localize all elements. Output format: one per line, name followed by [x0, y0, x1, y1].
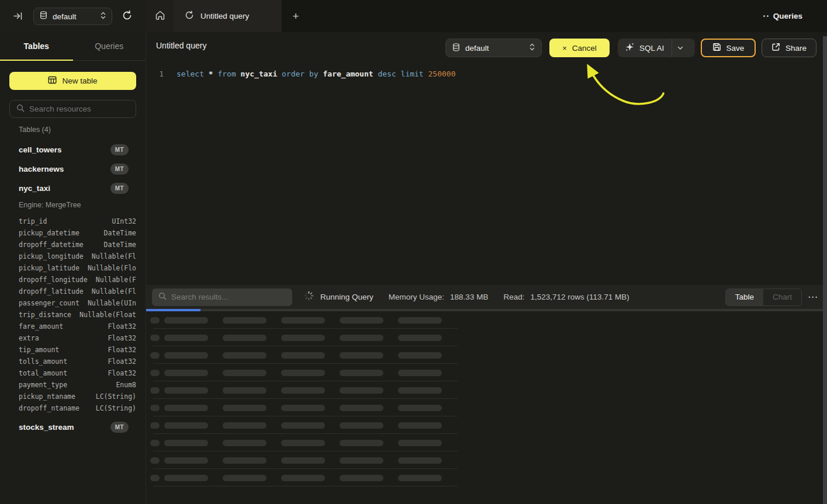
column-row-trip_id: trip_idUInt32 — [0, 215, 146, 227]
column-row-payment_type: payment_typeEnum8 — [0, 379, 146, 391]
queries-button[interactable]: Queries — [763, 0, 802, 32]
column-row-tolls_amount: tolls_amountFloat32 — [0, 356, 146, 367]
skeleton-cell — [281, 422, 325, 429]
skeleton-cell — [340, 387, 383, 394]
share-label: Share — [786, 44, 807, 53]
tab-tables[interactable]: Tables — [0, 32, 73, 60]
topbar: default — [0, 0, 827, 32]
skeleton-cell — [398, 405, 442, 411]
results-search-input[interactable] — [171, 293, 286, 301]
save-button[interactable]: Save — [701, 39, 756, 57]
skeleton-cell — [398, 422, 442, 429]
skeleton-cell — [398, 475, 442, 481]
query-database-selector[interactable]: default — [445, 39, 542, 57]
new-table-label: New table — [62, 77, 97, 85]
resource-search-input[interactable] — [29, 105, 129, 113]
column-name: total_amount — [19, 369, 67, 377]
sql-ai-label: SQL AI — [639, 44, 664, 53]
sql-statement: select * from nyc_taxi order by fare_amo… — [177, 69, 456, 79]
skeleton-cell — [223, 440, 267, 446]
chevron-updown-icon — [530, 43, 535, 53]
skeleton-cell — [150, 387, 160, 394]
skeleton-cell — [223, 317, 267, 324]
skeleton-cell — [164, 422, 208, 429]
skeleton-cell — [340, 457, 383, 464]
collapse-sidebar-icon[interactable] — [13, 11, 23, 23]
database-icon — [40, 11, 47, 22]
column-row-pickup_latitude: pickup_latitudeNullable(Flo — [0, 262, 146, 274]
sql-ai-button[interactable]: SQL AI — [618, 39, 695, 57]
engine-badge: MT — [110, 183, 129, 194]
query-header: Untitled query default × Cancel — [146, 32, 827, 61]
column-row-pickup_longitude: pickup_longitudeNullable(Fl — [0, 251, 146, 262]
view-toggle-table[interactable]: Table — [726, 289, 763, 305]
share-button[interactable]: Share — [762, 39, 816, 57]
column-name: dropoff_latitude — [19, 287, 84, 296]
skeleton-cell — [281, 440, 325, 446]
skeleton-row — [146, 364, 827, 381]
skeleton-row — [146, 399, 827, 416]
column-type: Float32 — [108, 334, 136, 342]
more-options-button[interactable]: ⋯ — [808, 291, 818, 303]
queries-icon — [763, 15, 769, 17]
table-item-stocks_stream[interactable]: stocks_streamMT — [0, 418, 146, 437]
skeleton-cell — [340, 370, 383, 376]
query-database-value: default — [465, 44, 489, 53]
column-row-pickup_datetime: pickup_datetimeDateTime — [0, 227, 146, 239]
query-title: Untitled query — [156, 41, 206, 50]
columns-list: trip_idUInt32pickup_datetimeDateTimedrop… — [0, 212, 146, 414]
results-skeleton — [146, 311, 827, 486]
column-type: Float32 — [108, 346, 136, 354]
column-row-dropoff_ntaname: dropoff_ntanameLC(String) — [0, 402, 146, 414]
sql-editor[interactable]: 1 select * from nyc_taxi order by fare_a… — [146, 61, 827, 285]
column-row-dropoff_datetime: dropoff_datetimeDateTime — [0, 239, 146, 251]
column-row-pickup_ntaname: pickup_ntanameLC(String) — [0, 391, 146, 402]
database-selector[interactable]: default — [33, 8, 112, 25]
home-tab[interactable] — [146, 0, 174, 32]
new-tab-button[interactable]: + — [282, 0, 310, 32]
tab-untitled-query[interactable]: Untitled query — [174, 0, 282, 32]
column-type: LC(String) — [96, 392, 136, 401]
column-type: Float32 — [108, 369, 136, 377]
table-name: nyc_taxi — [19, 184, 50, 193]
tab-title: Untitled query — [200, 12, 249, 20]
search-icon — [158, 292, 167, 303]
table-item-hackernews[interactable]: hackernewsMT — [0, 159, 146, 179]
column-row-dropoff_latitude: dropoff_latitudeNullable(Fl — [0, 286, 146, 297]
new-table-button[interactable]: New table — [9, 72, 136, 90]
column-type: Enum8 — [116, 381, 136, 389]
skeleton-cell — [281, 405, 325, 411]
view-toggle-chart[interactable]: Chart — [763, 289, 801, 305]
skeleton-cell — [398, 370, 442, 376]
table-item-nyc_taxi[interactable]: nyc_taxiMT — [0, 179, 146, 198]
column-type: Float32 — [108, 322, 136, 331]
cancel-button[interactable]: × Cancel — [549, 39, 610, 57]
skeleton-cell — [223, 475, 267, 481]
skeleton-cell — [340, 440, 383, 446]
table-name: stocks_stream — [19, 423, 74, 432]
skeleton-cell — [223, 387, 267, 394]
column-name: payment_type — [19, 381, 67, 389]
skeleton-cell — [223, 352, 267, 359]
refresh-icon[interactable] — [122, 10, 133, 23]
vertical-scrollbar[interactable] — [823, 36, 827, 504]
skeleton-cell — [223, 335, 267, 341]
table-item-cell_towers[interactable]: cell_towersMT — [0, 140, 146, 159]
skeleton-cell — [164, 405, 208, 411]
memory-usage-label: Memory Usage: — [389, 293, 444, 301]
column-row-trip_distance: trip_distanceNullable(Float — [0, 309, 146, 321]
skeleton-cell — [164, 352, 208, 359]
save-label: Save — [726, 44, 745, 53]
skeleton-cell — [223, 457, 267, 464]
tab-queries[interactable]: Queries — [73, 32, 146, 60]
skeleton-cell — [398, 317, 442, 324]
sync-icon — [185, 11, 194, 22]
column-row-fare_amount: fare_amountFloat32 — [0, 321, 146, 332]
column-row-passenger_count: passenger_countNullable(UIn — [0, 297, 146, 309]
database-icon — [452, 43, 460, 53]
column-name: trip_distance — [19, 311, 71, 319]
skeleton-cell — [398, 440, 442, 446]
column-type: Float32 — [108, 357, 136, 366]
engine-badge: MT — [110, 144, 129, 155]
sql-ai-dropdown[interactable] — [672, 39, 688, 57]
